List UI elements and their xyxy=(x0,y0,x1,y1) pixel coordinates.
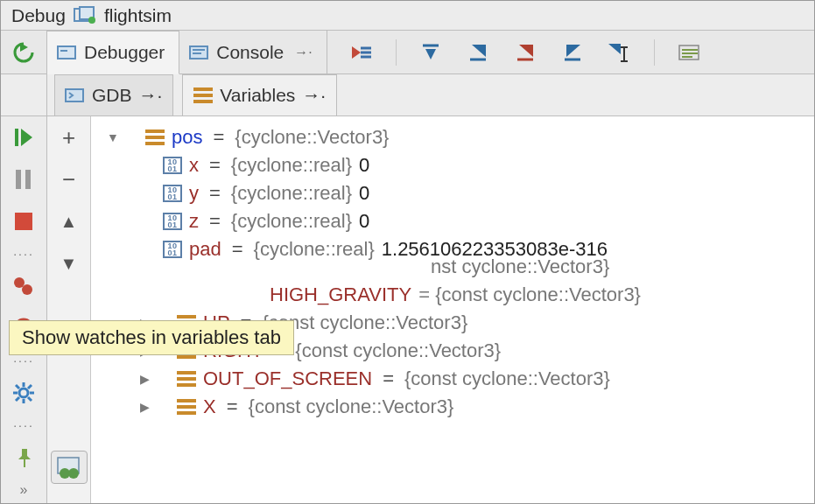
show-watches-button[interactable] xyxy=(51,451,88,484)
tree-row[interactable]: ▶ X = {const cyclone::Vector3} xyxy=(98,393,814,421)
rerun-button[interactable] xyxy=(11,39,37,66)
tree-row[interactable]: 1001 x = {cyclone::real} 0 xyxy=(98,151,814,179)
disclosure-open-icon[interactable]: ▼ xyxy=(105,130,121,144)
var-type: {const cyclone::Vector3} xyxy=(404,368,610,390)
var-name: pos xyxy=(172,126,202,149)
var-type: {cyclone::real} xyxy=(231,182,352,205)
var-value: 0 xyxy=(359,182,369,205)
pin-icon[interactable]: →· xyxy=(302,85,326,106)
step-out-button[interactable] xyxy=(559,39,586,66)
disclosure-closed-icon[interactable]: ▶ xyxy=(137,372,152,386)
watch-gutter: + − ▲ ▼ xyxy=(47,116,91,503)
more-button[interactable]: » xyxy=(20,482,28,498)
svg-line-47 xyxy=(28,385,32,388)
pin-icon[interactable]: →· xyxy=(294,45,312,60)
tree-row[interactable]: 1001 y = {cyclone::real} 0 xyxy=(98,179,814,207)
svg-rect-33 xyxy=(25,170,31,189)
move-up-button[interactable]: ▲ xyxy=(56,209,82,234)
tab-variables-label: Variables xyxy=(220,85,295,106)
svg-point-51 xyxy=(68,468,79,479)
svg-marker-20 xyxy=(566,45,580,57)
separator xyxy=(654,39,655,66)
svg-line-46 xyxy=(16,397,19,401)
var-name: pad xyxy=(189,238,221,261)
var-value: 0 xyxy=(359,154,369,177)
svg-line-45 xyxy=(28,397,32,401)
tab-gdb[interactable]: GDB →· xyxy=(54,74,173,116)
var-name: x xyxy=(189,154,199,177)
frames-toolbar: GDB →· Variables →· xyxy=(1,74,814,116)
force-step-into-button[interactable] xyxy=(512,39,538,66)
equals: = xyxy=(209,154,221,177)
separator xyxy=(396,39,397,66)
primitive-icon: 1001 xyxy=(163,157,182,174)
separator-dots: ···· xyxy=(13,251,34,256)
disclosure-closed-icon[interactable]: ▶ xyxy=(137,400,152,414)
svg-point-2 xyxy=(88,17,95,24)
struct-icon xyxy=(177,399,196,415)
evaluate-expression-button[interactable] xyxy=(676,39,702,66)
view-breakpoints-button[interactable] xyxy=(11,274,37,298)
svg-rect-34 xyxy=(15,213,32,230)
tooltip-text: Show watches in variables tab xyxy=(22,326,281,348)
var-name: OUT_OF_SCREEN xyxy=(203,368,372,390)
pause-button[interactable] xyxy=(11,167,37,192)
rerun-gutter xyxy=(1,31,47,74)
step-into-button[interactable] xyxy=(465,39,491,66)
var-value: 0 xyxy=(359,210,369,233)
resume-button[interactable] xyxy=(11,125,37,150)
var-type: {cyclone::real} xyxy=(254,238,375,261)
struct-icon xyxy=(177,371,196,387)
svg-line-44 xyxy=(16,385,19,388)
tooltip: Show watches in variables tab xyxy=(9,320,294,355)
var-name: z xyxy=(189,210,199,233)
stop-button[interactable] xyxy=(11,209,37,234)
separator-dots: ···· xyxy=(13,358,34,363)
tab-variables[interactable]: Variables →· xyxy=(182,74,337,116)
run-to-cursor-button[interactable] xyxy=(607,39,633,66)
var-name: X xyxy=(203,396,216,418)
settings-button[interactable] xyxy=(11,381,37,405)
pin-tab-button[interactable] xyxy=(11,445,37,470)
tree-row[interactable]: ▶ OUT_OF_SCREEN = {const cyclone::Vector… xyxy=(98,365,814,393)
svg-marker-16 xyxy=(472,45,486,57)
svg-point-36 xyxy=(22,284,32,295)
move-down-button[interactable]: ▼ xyxy=(56,251,82,276)
var-type: {const cyclone::Vector3} xyxy=(249,396,454,418)
svg-rect-32 xyxy=(16,170,21,189)
primitive-icon: 1001 xyxy=(163,185,182,202)
svg-point-39 xyxy=(19,388,28,397)
variables-tree[interactable]: ▼ pos = {cyclone::Vector3} 1001 x = {cyc… xyxy=(91,116,814,503)
terminal-icon xyxy=(66,88,85,103)
primitive-icon: 1001 xyxy=(163,241,182,258)
new-watch-button[interactable]: + xyxy=(56,125,82,150)
main-area: ···· ···· ···· » + − ▲ ▼ ▼ xyxy=(1,116,814,503)
svg-point-35 xyxy=(14,277,25,288)
svg-rect-7 xyxy=(193,49,205,51)
svg-rect-5 xyxy=(60,50,67,52)
tree-row[interactable]: ▼ pos = {cyclone::Vector3} xyxy=(98,123,814,151)
var-type: {cyclone::real} xyxy=(231,210,352,233)
debugger-toolbar: Debugger Console →· xyxy=(1,31,814,74)
pin-icon[interactable]: →· xyxy=(139,85,163,106)
equals: = xyxy=(232,238,243,261)
equals: = xyxy=(209,210,221,233)
var-type: = {const cyclone::Vector3} xyxy=(418,284,641,306)
tree-row[interactable]: 1001 z = {cyclone::real} 0 xyxy=(98,207,814,235)
var-name: y xyxy=(189,182,199,205)
var-type: {const cyclone::Vector3} xyxy=(295,340,501,362)
primitive-icon: 1001 xyxy=(163,213,182,230)
tab-debugger[interactable]: Debugger xyxy=(47,31,179,74)
titlebar: Debug flightsim xyxy=(1,1,814,31)
step-over-button[interactable] xyxy=(418,39,444,66)
tab-console[interactable]: Console →· xyxy=(179,31,327,74)
console-icon xyxy=(190,45,209,60)
show-execution-point-button[interactable] xyxy=(348,39,375,66)
tree-row[interactable]: HIGH_GRAVITY = {const cyclone::Vector3} xyxy=(98,281,814,309)
watches-icon xyxy=(56,456,82,479)
tab-gdb-label: GDB xyxy=(92,85,132,106)
separator-dots: ···· xyxy=(13,423,34,428)
remove-watch-button[interactable]: − xyxy=(56,167,82,192)
project-name: flightsim xyxy=(104,5,172,26)
var-type: {cyclone::Vector3} xyxy=(235,126,389,149)
